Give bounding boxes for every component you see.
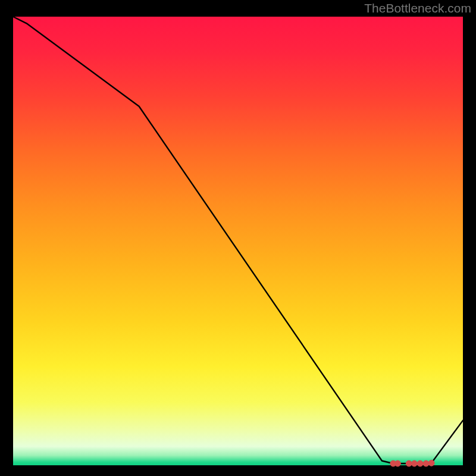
series-markers [390,460,434,466]
series-marker [411,461,417,466]
chart-svg [0,0,476,476]
series-marker [428,460,434,466]
chart-container: TheBottleneck.com [0,0,476,476]
series-marker [406,461,412,466]
plot-area [13,17,463,465]
series-marker [423,461,429,466]
series-marker [417,461,423,466]
series-marker [394,461,400,466]
